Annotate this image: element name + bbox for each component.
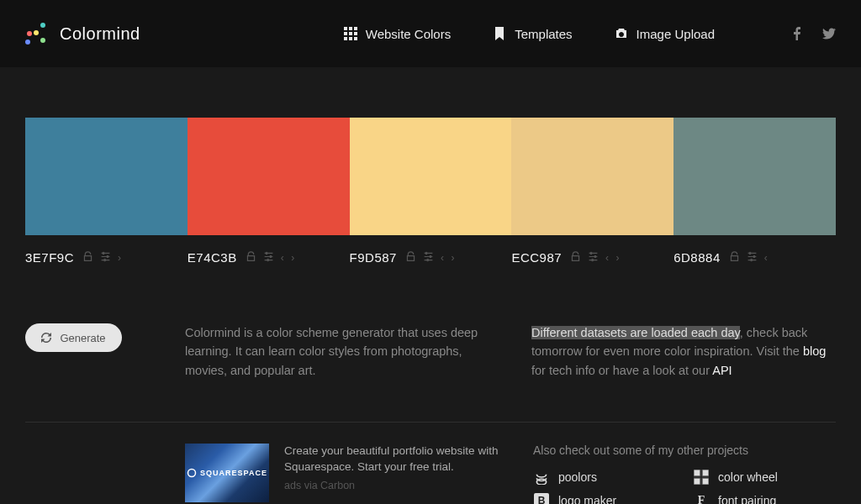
svg-rect-26 (702, 470, 709, 476)
svg-point-13 (269, 255, 271, 257)
svg-point-20 (592, 259, 594, 260)
ad-block[interactable]: SQUARESPACE Create your beautiful portfo… (185, 444, 508, 504)
bookmark-icon (493, 27, 506, 40)
swatch-2[interactable] (350, 118, 512, 235)
twitter-icon[interactable] (822, 27, 836, 40)
svg-point-18 (590, 252, 592, 254)
nav-label: Website Colors (366, 27, 451, 41)
svg-point-21 (749, 252, 751, 254)
nav-label: Image Upload (637, 27, 715, 41)
nav-image-upload[interactable]: Image Upload (615, 27, 715, 41)
svg-point-11 (104, 259, 106, 260)
svg-point-17 (426, 259, 428, 260)
svg-rect-25 (694, 470, 700, 476)
svg-point-9 (103, 252, 104, 254)
project-link[interactable]: color wheel (693, 469, 836, 486)
color-palette (25, 118, 836, 235)
main-content: 3E7F9C›E74C3B‹›F9D587‹›ECC987‹›6D8884‹ G… (0, 118, 861, 504)
chevron-left-icon[interactable]: ‹ (281, 252, 285, 264)
divider (25, 422, 836, 423)
swatch-label-1: E74C3B‹› (188, 250, 350, 265)
header: Colormind Website Colors Templates Image… (0, 0, 861, 67)
chevron-right-icon[interactable]: › (118, 252, 122, 264)
svg-point-10 (107, 255, 108, 257)
chevron-left-icon[interactable]: ‹ (764, 252, 769, 264)
sliders-icon[interactable] (423, 250, 434, 265)
nav-templates[interactable]: Templates (493, 27, 572, 41)
sliders-icon[interactable] (100, 250, 111, 265)
swatch-3[interactable] (511, 118, 673, 235)
chevron-right-icon[interactable]: › (291, 252, 295, 264)
chevron-left-icon[interactable]: ‹ (441, 252, 445, 264)
hex-label: F9D587 (350, 250, 397, 265)
footer-row: SQUARESPACE Create your beautiful portfo… (25, 444, 836, 504)
swatch-4[interactable] (673, 118, 836, 235)
lock-icon[interactable] (729, 250, 740, 265)
body-row: Generate Colormind is a color scheme gen… (25, 323, 836, 380)
lock-icon[interactable] (82, 250, 93, 265)
svg-rect-0 (344, 27, 347, 30)
svg-point-14 (267, 259, 268, 260)
chevron-right-icon[interactable]: › (616, 252, 621, 264)
ad-attribution[interactable]: ads via Carbon (284, 479, 508, 494)
lock-icon[interactable] (405, 250, 416, 265)
sliders-icon[interactable] (747, 250, 758, 265)
svg-rect-4 (349, 32, 352, 35)
sliders-icon[interactable] (263, 250, 274, 265)
hex-label: 3E7F9C (25, 250, 74, 265)
svg-rect-6 (344, 37, 347, 40)
svg-point-19 (594, 255, 596, 257)
lock-icon[interactable] (570, 250, 581, 265)
project-icon: F (693, 492, 710, 504)
generate-label: Generate (60, 332, 105, 344)
logo[interactable]: Colormind (25, 23, 140, 45)
description-2: Different datasets are loaded each day, … (531, 323, 836, 380)
sliders-icon[interactable] (588, 250, 599, 265)
highlight-text: Different datasets are loaded each day (531, 326, 740, 339)
project-name: poolors (558, 470, 597, 484)
svg-rect-2 (354, 27, 357, 30)
swatch-1[interactable] (188, 118, 350, 235)
nav-website-colors[interactable]: Website Colors (344, 27, 451, 41)
swatch-label-0: 3E7F9C› (25, 250, 188, 265)
brand-text: Colormind (60, 24, 140, 44)
other-projects: Also check out some of my other projects… (533, 444, 836, 504)
project-link[interactable]: Ffont pairing (693, 492, 836, 504)
nav: Website Colors Templates Image Upload (344, 27, 836, 41)
svg-rect-5 (354, 32, 357, 35)
svg-point-23 (750, 259, 752, 260)
project-link[interactable]: Blogo maker (533, 492, 676, 504)
api-link[interactable]: API (712, 364, 732, 377)
chevron-right-icon[interactable]: › (451, 252, 455, 264)
projects-title: Also check out some of my other projects (533, 444, 836, 457)
hex-label: 6D8884 (673, 250, 721, 265)
lock-icon[interactable] (246, 250, 256, 265)
svg-point-24 (188, 470, 196, 477)
svg-rect-27 (694, 479, 700, 486)
camera-icon (615, 27, 628, 40)
hex-label: E74C3B (188, 250, 237, 265)
svg-point-15 (425, 252, 427, 254)
swatch-label-3: ECC987‹› (511, 250, 673, 265)
nav-label: Templates (515, 27, 572, 41)
refresh-icon (41, 333, 51, 343)
project-link[interactable]: poolors (533, 469, 676, 486)
project-icon (533, 469, 550, 486)
swatch-0[interactable] (25, 118, 188, 235)
chevron-left-icon[interactable]: ‹ (605, 252, 610, 264)
facebook-icon[interactable] (790, 27, 804, 40)
svg-point-22 (753, 255, 754, 257)
svg-rect-3 (344, 32, 347, 35)
palette-labels: 3E7F9C›E74C3B‹›F9D587‹›ECC987‹›6D8884‹ (25, 250, 836, 265)
generate-button[interactable]: Generate (25, 323, 122, 352)
projects-grid: poolorscolor wheelBlogo makerFfont pairi… (533, 469, 836, 504)
generate-column: Generate (25, 323, 185, 380)
swatch-label-2: F9D587‹› (350, 250, 512, 265)
grid-icon (344, 27, 357, 40)
swatch-label-4: 6D8884‹ (673, 250, 836, 265)
svg-point-12 (266, 252, 267, 254)
blog-link[interactable]: blog (803, 344, 826, 358)
svg-rect-28 (702, 479, 709, 486)
social-links (790, 27, 836, 40)
project-name: color wheel (718, 470, 778, 484)
